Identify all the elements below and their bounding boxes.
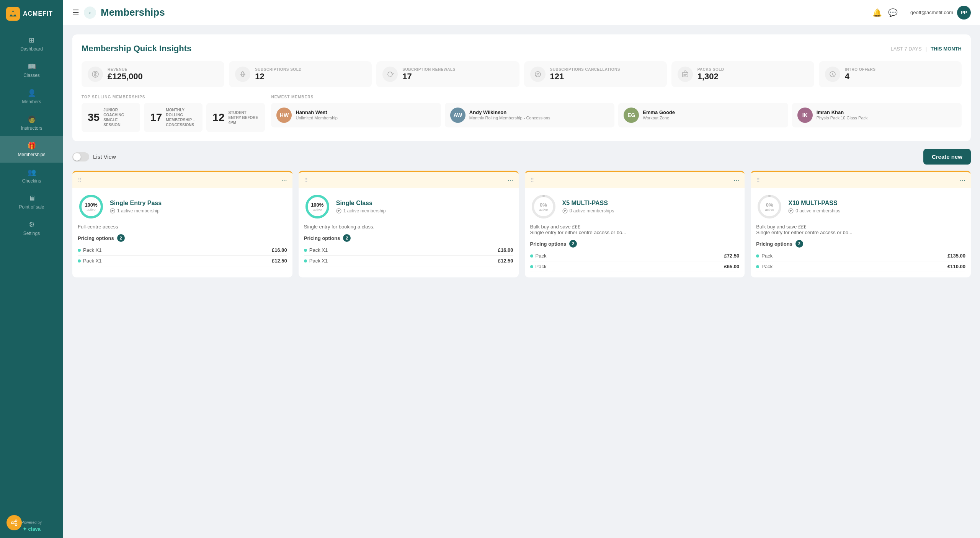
sidebar-item-label: Point of sale — [19, 204, 44, 210]
price-type-4a: Pack — [756, 253, 773, 259]
top-item-2: 17 MONTHLY ROLLING MEMBERSHIP – CONCESSI… — [144, 103, 203, 132]
top-selling-section: TOP SELLING MEMBERSHIPS 35 JUNIOR COACHI… — [82, 95, 265, 132]
sidebar-item-instructors[interactable]: 🧑 Instructors — [0, 110, 63, 136]
sub-sold-value: 12 — [255, 72, 302, 82]
sidebar-item-members[interactable]: 👤 Members — [0, 83, 63, 110]
messages-icon[interactable]: 💬 — [888, 8, 898, 17]
card-desc-2: Single entry for booking a class. — [304, 224, 513, 230]
price-type-2b: Pack X1 — [304, 258, 328, 264]
price-type-3b: Pack — [530, 264, 547, 269]
card-menu-1[interactable]: ··· — [281, 176, 287, 184]
cancellations-info: SUBSCRIPTIONS CANCELLATIONS 121 — [550, 67, 620, 82]
card-name-2: Single Class — [336, 200, 386, 207]
newest-members-label: NEWEST MEMBERS — [271, 95, 962, 99]
drag-icon-1[interactable]: ⠿ — [78, 177, 81, 183]
renewals-label: SUBCRIPTION RENEWALS — [402, 67, 455, 72]
back-button[interactable]: ‹ — [84, 7, 96, 19]
intro-offers-info: INTRO OFFERS 4 — [845, 67, 875, 82]
circle-3: 0% active — [530, 193, 557, 220]
card-menu-3[interactable]: ··· — [733, 176, 739, 184]
top-item-3-num: 12 — [212, 111, 224, 124]
header: ☰ ‹ Memberships 🔔 💬 geoff@acmefit.com PP — [63, 0, 980, 25]
card-name-4: X10 MULTI-PASS — [788, 200, 840, 207]
card-active-1: 1 active membership — [110, 208, 162, 214]
cancellations-label: SUBSCRIPTIONS CANCELLATIONS — [550, 67, 620, 72]
sidebar-item-memberships[interactable]: 🎁 Memberships — [0, 136, 63, 163]
card-active-3: 0 active memberships — [562, 208, 614, 214]
menu-button[interactable]: ☰ — [72, 8, 79, 17]
avatar-ik: IK — [797, 108, 813, 123]
sidebar-logo: ACMEFIT — [0, 0, 63, 27]
svg-point-4 — [15, 524, 17, 526]
price-row-3b: Pack £65.00 — [530, 261, 740, 272]
member-ik-plan: Physio Pack 10 Class Pack — [817, 115, 868, 121]
card-menu-4[interactable]: ··· — [960, 176, 965, 184]
price-row-1b: Pack X1 £12.50 — [78, 256, 287, 266]
card-x10-multi-pass: ⠿ ··· 0% active — [751, 171, 971, 277]
avatar-hw: HW — [276, 108, 292, 123]
packs-sold-icon — [678, 67, 693, 82]
price-dot-1a — [78, 249, 81, 252]
member-aw: AW Andy Wilkinson Monthly Rolling Member… — [445, 103, 614, 127]
stat-revenue: REVENUE £125,000 — [82, 61, 224, 87]
sidebar-item-label: Instructors — [21, 126, 42, 131]
list-view-switch[interactable] — [72, 152, 89, 161]
pricing-header-1: Pricing options 2 — [78, 234, 287, 242]
member-aw-name: Andy Wilkinson — [469, 109, 550, 115]
sidebar-item-label: Members — [22, 99, 41, 104]
top-item-1-desc: JUNIOR COACHING SINGLE SESSION — [103, 108, 134, 127]
pricing-label-4: Pricing options — [756, 241, 792, 247]
packs-sold-info: PACKS SOLD 1,302 — [697, 67, 724, 82]
packs-sold-value: 1,302 — [697, 72, 724, 82]
price-val-3a: £72.50 — [724, 253, 739, 259]
card-body-1: 100% active Single Entry Pass 1 active m… — [72, 188, 292, 272]
top-selling-label: TOP SELLING MEMBERSHIPS — [82, 95, 265, 99]
membership-cards-grid: ⠿ ··· 100% active — [72, 171, 971, 277]
price-val-2b: £12.50 — [498, 258, 513, 264]
card-desc-3: Bulk buy and save £££Single entry for ei… — [530, 224, 740, 235]
drag-icon-3[interactable]: ⠿ — [530, 177, 533, 183]
pricing-label-2: Pricing options — [304, 235, 340, 241]
member-eg-name: Emma Goode — [643, 109, 675, 115]
pricing-header-3: Pricing options 2 — [530, 240, 740, 248]
member-eg-info: Emma Goode Workout Zone — [643, 109, 675, 121]
circle-wrap-1: 100% active Single Entry Pass 1 active m… — [78, 193, 287, 220]
filter-last7[interactable]: LAST 7 DAYS — [891, 46, 922, 52]
classes-icon: 📖 — [28, 62, 36, 71]
circle-4: 0% active — [756, 193, 783, 220]
circle-text-2: 100% active — [311, 202, 323, 212]
filter-thismonth[interactable]: THIS MONTH — [931, 46, 962, 52]
card-desc-4: Bulk buy and save £££Single entry for ei… — [756, 224, 965, 235]
member-eg: EG Emma Goode Workout Zone — [618, 103, 788, 127]
drag-icon-4[interactable]: ⠿ — [756, 177, 759, 183]
sidebar-item-point-of-sale[interactable]: 🖥 Point of sale — [0, 189, 63, 215]
drag-icon-2[interactable]: ⠿ — [304, 177, 307, 183]
list-view-toggle: List View — [72, 152, 116, 161]
list-view-row: List View Create new — [72, 149, 971, 165]
create-new-button[interactable]: Create new — [923, 149, 971, 165]
insights-bottom: TOP SELLING MEMBERSHIPS 35 JUNIOR COACHI… — [82, 95, 962, 132]
newest-members-section: NEWEST MEMBERS HW Hannah West Unlimited … — [271, 95, 962, 132]
sidebar-item-dashboard[interactable]: ⊞ Dashboard — [0, 31, 63, 57]
circle-2: 100% active — [304, 193, 331, 220]
share-button[interactable] — [7, 515, 22, 530]
card-menu-2[interactable]: ··· — [507, 176, 513, 184]
pricing-count-4: 2 — [795, 240, 803, 248]
cancellations-icon — [530, 67, 546, 82]
price-type-3a: Pack — [530, 253, 547, 259]
insights-title: Membership Quick Insights — [82, 44, 191, 54]
sidebar-item-settings[interactable]: ⚙ Settings — [0, 215, 63, 241]
sub-sold-info: SUBSCRIPTIONS SOLD 12 — [255, 67, 302, 82]
price-row-1a: Pack X1 £16.00 — [78, 245, 287, 256]
member-hw: HW Hannah West Unlimited Membership — [271, 103, 441, 127]
pricing-count-3: 2 — [569, 240, 577, 248]
price-dot-2a — [304, 249, 307, 252]
notification-icon[interactable]: 🔔 — [872, 8, 882, 17]
svg-line-5 — [13, 521, 15, 522]
logo-icon — [6, 7, 20, 21]
sidebar-item-checkins[interactable]: 👥 Checkins — [0, 163, 63, 189]
sidebar-item-classes[interactable]: 📖 Classes — [0, 57, 63, 83]
member-aw-plan: Monthly Rolling Membership - Concessions — [469, 115, 550, 121]
price-row-3a: Pack £72.50 — [530, 251, 740, 261]
card-top-bar-4: ⠿ ··· — [751, 172, 971, 188]
